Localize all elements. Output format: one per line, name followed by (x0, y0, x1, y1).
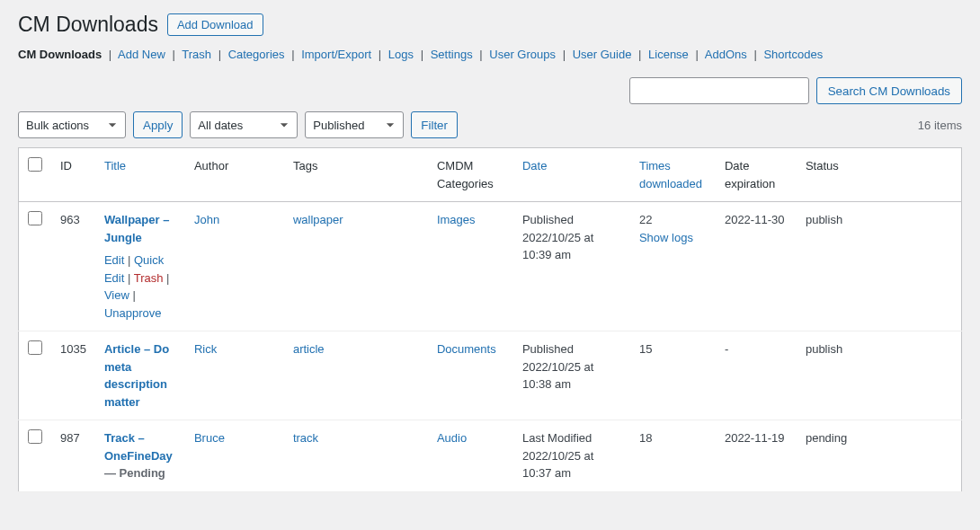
table-row: 963Wallpaper – JungleEdit | Quick Edit |… (19, 202, 962, 331)
expiration-cell: - (716, 331, 797, 420)
category-link[interactable]: Documents (437, 342, 496, 356)
item-count: 16 items (918, 119, 962, 132)
subnav-link[interactable]: User Groups (489, 48, 556, 61)
row-title-cell: Track – OneFineDay — Pending (95, 420, 185, 492)
table-row: 987Track – OneFineDay — PendingBrucetrac… (19, 420, 962, 492)
subnav-link[interactable]: User Guide (573, 48, 632, 61)
tag-link[interactable]: track (293, 431, 318, 445)
row-title-cell: Wallpaper – JungleEdit | Quick Edit | Tr… (95, 202, 185, 331)
date-filter-select[interactable]: All dates (190, 111, 298, 138)
tag-link[interactable]: wallpaper (293, 213, 343, 226)
subnav-link[interactable]: Trash (182, 48, 211, 61)
date-cell: Last Modified2022/10/25 at 10:37 am (513, 420, 630, 492)
row-status-append: — Pending (104, 466, 165, 480)
row-checkbox[interactable] (28, 211, 42, 225)
subnav-link[interactable]: Shortcodes (763, 48, 823, 61)
row-title-link[interactable]: Article – Do meta description matter (104, 342, 169, 409)
subnav-link[interactable]: AddOns (705, 48, 747, 61)
col-id: ID (51, 148, 95, 202)
category-link[interactable]: Audio (437, 431, 467, 445)
col-tags: Tags (284, 148, 428, 202)
subnav-current: CM Downloads (18, 48, 102, 61)
date-cell: Published2022/10/25 at 10:39 am (513, 202, 630, 331)
col-author: Author (185, 148, 284, 202)
col-times[interactable]: Times downloaded (639, 159, 702, 190)
expiration-cell: 2022-11-30 (716, 202, 797, 331)
row-checkbox[interactable] (28, 340, 42, 355)
status-cell: pending (797, 420, 962, 492)
author-link[interactable]: Bruce (194, 431, 225, 445)
unapprove-link[interactable]: Unapprove (104, 306, 162, 320)
apply-button[interactable]: Apply (133, 111, 183, 138)
table-row: 1035Article – Do meta description matter… (19, 331, 962, 420)
row-title-link[interactable]: Track – OneFineDay (104, 431, 173, 463)
subnav-link[interactable]: Logs (388, 48, 414, 61)
status-filter-select[interactable]: Published (305, 111, 404, 138)
author-link[interactable]: John (194, 213, 219, 226)
date-cell: Published2022/10/25 at 10:38 am (513, 331, 630, 420)
times-cell: 22Show logs (630, 202, 716, 331)
author-link[interactable]: Rick (194, 342, 217, 356)
col-date[interactable]: Date (522, 159, 547, 172)
row-id: 963 (51, 202, 95, 331)
col-status: Status (797, 148, 962, 202)
row-id: 1035 (51, 331, 95, 420)
select-all-checkbox[interactable] (28, 157, 42, 172)
col-title[interactable]: Title (104, 159, 126, 172)
category-link[interactable]: Images (437, 213, 476, 226)
row-title-link[interactable]: Wallpaper – Jungle (104, 213, 169, 244)
times-cell: 18 (630, 420, 716, 492)
edit-link[interactable]: Edit (104, 253, 124, 267)
subnav-link[interactable]: Add New (118, 48, 165, 61)
show-logs-link[interactable]: Show logs (639, 231, 693, 244)
add-download-button[interactable]: Add Download (167, 13, 263, 36)
row-actions: Edit | Quick Edit | Trash | View | Unapp… (104, 252, 176, 322)
subnav-link[interactable]: License (648, 48, 689, 61)
search-button[interactable]: Search CM Downloads (816, 77, 962, 104)
tag-link[interactable]: article (293, 342, 325, 356)
col-categories: CMDM Categories (428, 148, 513, 202)
col-expiration: Date expiration (716, 148, 797, 202)
subnav-link[interactable]: Settings (431, 48, 473, 61)
search-input[interactable] (629, 77, 809, 104)
filter-button[interactable]: Filter (411, 111, 458, 138)
bulk-actions-select[interactable]: Bulk actions (18, 111, 126, 138)
subnav-link[interactable]: Import/Export (301, 48, 371, 61)
row-title-cell: Article – Do meta description matter (95, 331, 185, 420)
row-checkbox[interactable] (28, 429, 42, 444)
times-cell: 15 (630, 331, 716, 420)
status-cell: publish (797, 202, 962, 331)
view-link[interactable]: View (104, 288, 129, 302)
row-id: 987 (51, 420, 95, 492)
expiration-cell: 2022-11-19 (716, 420, 797, 492)
subnav: CM Downloads | Add New | Trash | Categor… (18, 48, 962, 61)
status-cell: publish (797, 331, 962, 420)
subnav-link[interactable]: Categories (228, 48, 285, 61)
page-title: CM Downloads (18, 13, 158, 37)
trash-link[interactable]: Trash (134, 271, 164, 285)
